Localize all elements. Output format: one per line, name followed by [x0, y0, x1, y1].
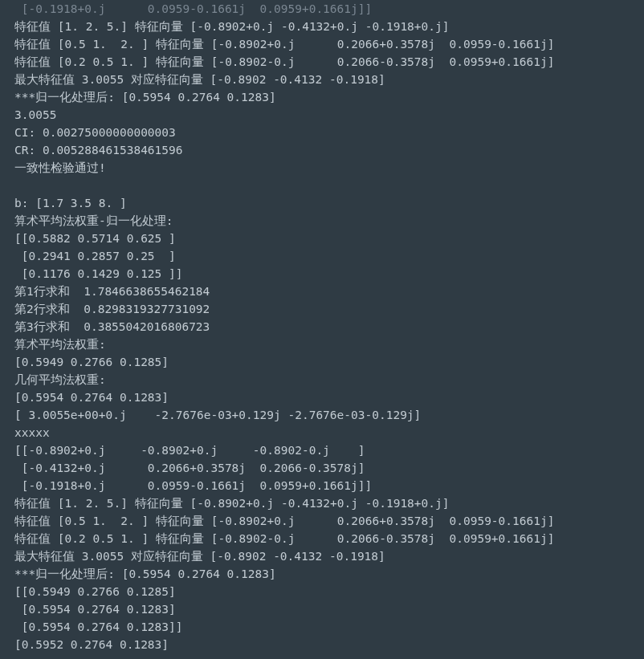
output-line: 算术平均法权重-归一化处理:: [14, 214, 173, 227]
output-line: ***归一化处理后: [0.5954 0.2764 0.1283]: [14, 567, 276, 580]
output-line: [[0.5882 0.5714 0.625 ]: [14, 232, 176, 245]
output-line: CR: 0.005288461538461596: [14, 144, 183, 157]
output-line: 第2行求和 0.8298319327731092: [14, 303, 210, 315]
output-line: 特征值 [0.5 1. 2. ] 特征向量 [-0.8902+0.j 0.206…: [14, 38, 554, 51]
console-output: [-0.1918+0.j 0.0959-0.1661j 0.0959+0.166…: [0, 0, 644, 659]
output-line: [ 3.0055e+00+0.j -2.7676e-03+0.129j -2.7…: [14, 409, 421, 421]
output-line: 算术平均法权重:: [14, 338, 106, 351]
output-line: 一致性检验通过!: [14, 161, 106, 174]
output-line: [[0.5949 0.2766 0.1285]: [14, 585, 176, 598]
output-line: 最大特征值 3.0055 对应特征向量 [-0.8902 -0.4132 -0.…: [14, 73, 385, 86]
output-line: [0.5954 0.2764 0.1283]: [14, 391, 169, 404]
output-line: 3.0055: [14, 108, 56, 121]
output-line: 第1行求和 1.7846638655462184: [14, 285, 210, 298]
output-line: 第3行求和 0.3855042016806723: [14, 320, 210, 333]
output-line: 特征值 [1. 2. 5.] 特征向量 [-0.8902+0.j -0.4132…: [14, 20, 450, 33]
output-line: 特征值 [0.2 0.5 1. ] 特征向量 [-0.8902-0.j 0.20…: [14, 55, 554, 68]
output-line: CI: 0.00275000000000003: [14, 126, 176, 139]
output-line: [0.2941 0.2857 0.25 ]: [14, 250, 176, 262]
output-line: b: [1.7 3.5 8. ]: [14, 197, 127, 209]
output-line: [0.5952 0.2764 0.1283]: [14, 638, 169, 651]
output-line: 几何平均法权重:: [14, 373, 106, 386]
output-line: [0.5949 0.2766 0.1285]: [14, 356, 169, 368]
output-line: [-0.1918+0.j 0.0959-0.1661j 0.0959+0.166…: [14, 2, 372, 15]
output-line: 最大特征值 3.0055 对应特征向量 [-0.8902 -0.4132 -0.…: [14, 550, 385, 563]
output-line: ***归一化处理后: [0.5954 0.2764 0.1283]: [14, 91, 276, 104]
output-line: [0.1176 0.1429 0.125 ]]: [14, 267, 183, 280]
output-line: 特征值 [0.5 1. 2. ] 特征向量 [-0.8902+0.j 0.206…: [14, 515, 554, 527]
output-line: [[-0.8902+0.j -0.8902+0.j -0.8902-0.j ]: [14, 444, 365, 457]
output-line: [-0.4132+0.j 0.2066+0.3578j 0.2066-0.357…: [14, 462, 365, 474]
output-line: xxxxx: [14, 426, 50, 439]
output-line: [-0.1918+0.j 0.0959-0.1661j 0.0959+0.166…: [14, 479, 372, 492]
output-line: [0.5954 0.2764 0.1283]]: [14, 620, 183, 633]
output-line: [0.5954 0.2764 0.1283]: [14, 603, 176, 616]
output-line: 特征值 [1. 2. 5.] 特征向量 [-0.8902+0.j -0.4132…: [14, 497, 450, 510]
output-line: 特征值 [0.2 0.5 1. ] 特征向量 [-0.8902-0.j 0.20…: [14, 532, 554, 545]
